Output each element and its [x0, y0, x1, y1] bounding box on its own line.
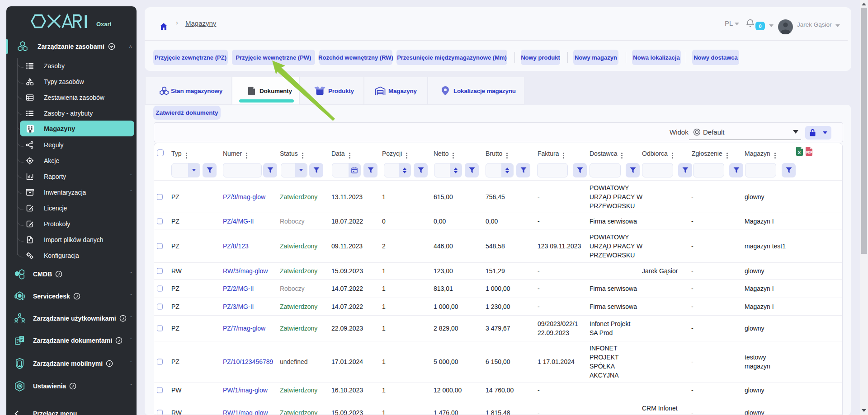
svg-text:Oxari: Oxari	[96, 21, 111, 28]
svg-text:PDF: PDF	[806, 151, 812, 154]
svg-text:X: X	[798, 150, 801, 155]
